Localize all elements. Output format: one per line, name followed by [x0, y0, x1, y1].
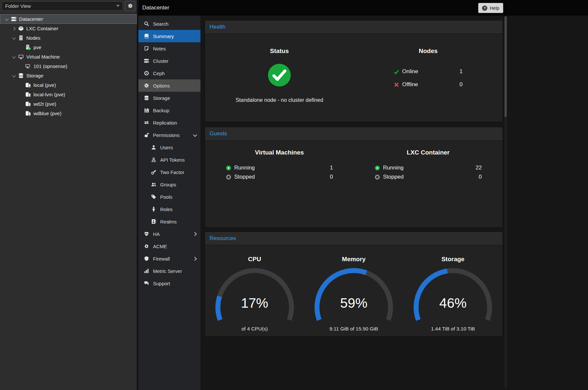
proxmox-app: Folder View Datacenter [0, 0, 588, 390]
stop-circle-icon [226, 174, 231, 180]
menu-item-backup[interactable]: Backup [138, 104, 200, 116]
nodes-online-row: Online 1 [394, 65, 463, 78]
tree-item-storage[interactable]: Storage [0, 71, 137, 80]
book-icon [144, 34, 149, 39]
sticky-note-icon [144, 46, 149, 51]
twisty-spacer [19, 92, 23, 97]
tree-item-label: LXC Container [26, 26, 58, 31]
vertical-scrollbar[interactable] [505, 16, 507, 389]
lxc-stopped-value: 0 [479, 174, 482, 180]
summary-content: Health Status Standalone node - no clust… [200, 16, 588, 390]
menu-item-options[interactable]: Options [138, 79, 200, 92]
database-icon [144, 95, 149, 101]
menu-item-api-tokens[interactable]: API Tokens [138, 154, 200, 166]
menu-item-two-factor[interactable]: Two Factor [138, 166, 200, 178]
menu-item-groups[interactable]: Groups [138, 178, 200, 191]
chevron-down-icon[interactable] [12, 74, 16, 78]
twisty-spacer [19, 83, 23, 87]
menu-item-permissions[interactable]: Permissions [138, 129, 200, 141]
certificate-icon [144, 244, 149, 249]
lxc-title: LXC Container [407, 149, 450, 156]
page-title: Datacenter [142, 5, 169, 11]
storage-gauge-column: Storage 46% 1.44 TiB of 3.10 TiB [403, 256, 503, 332]
content-header: Datacenter ? Help [138, 0, 588, 16]
menu-item-label: Backup [153, 108, 169, 113]
menu-item-replication[interactable]: Replication [138, 116, 200, 129]
running-label: Running [234, 165, 255, 171]
status-title: Status [270, 47, 289, 55]
tree-item-label: wdblue (pve) [33, 111, 61, 116]
person-icon [151, 207, 157, 212]
menu-item-notes[interactable]: Notes [138, 42, 200, 55]
tree-item-label: pve [33, 45, 41, 50]
menu-item-ha[interactable]: HA [138, 228, 200, 240]
menu-item-cluster[interactable]: Cluster [138, 55, 200, 67]
bar-chart-icon [144, 268, 149, 274]
menu-item-label: Options [153, 83, 170, 88]
status-message: Standalone node - no cluster defined [236, 97, 323, 103]
tree-item-pve[interactable]: pve [0, 43, 137, 52]
tree-item-virtual-machine[interactable]: Virtual Machine [0, 52, 137, 61]
menu-item-summary[interactable]: Summary [138, 30, 200, 42]
menu-item-metric-server[interactable]: Metric Server [138, 265, 200, 277]
server-icon [144, 58, 149, 63]
menu-item-search[interactable]: Search [138, 18, 200, 30]
view-mode-label: Folder View [5, 3, 31, 9]
menu-item-roles[interactable]: Roles [138, 203, 200, 215]
chevron-right-icon[interactable] [193, 257, 197, 261]
tree-item-storage-local-lvm[interactable]: local-lvm (pve) [0, 90, 137, 99]
server-icon [11, 16, 17, 22]
resource-tree: Datacenter LXC Container Nodes [0, 12, 137, 118]
tree-settings-button[interactable] [125, 1, 135, 11]
nodes-status-column: Nodes Online 1 Offline 0 [354, 47, 503, 103]
menu-item-label: Cluster [153, 58, 169, 64]
resources-panel-body: CPU 17% of 4 CPU(s) Memory [205, 245, 503, 332]
storage-title: Storage [441, 256, 465, 263]
search-icon [144, 21, 149, 26]
menu-item-label: Metric Server [153, 268, 182, 274]
menu-item-pools[interactable]: Pools [138, 191, 200, 203]
menu-item-ceph[interactable]: Ceph [138, 67, 200, 79]
menu-item-users[interactable]: Users [138, 141, 200, 154]
datacenter-menu: Search Summary Notes Cluster Ceph Option… [138, 16, 200, 390]
tree-item-vm-101[interactable]: 101 (opnsense) [0, 61, 137, 71]
menu-item-label: Firewall [153, 256, 170, 262]
chevron-down-icon[interactable] [12, 36, 16, 40]
menu-item-firewall[interactable]: Firewall [138, 252, 200, 265]
chevron-right-icon[interactable] [193, 232, 197, 236]
menu-item-realms[interactable]: Realms [138, 215, 200, 228]
menu-item-label: Storage [153, 95, 170, 101]
storage-gauge: 46% [413, 268, 493, 325]
chevron-down-icon[interactable] [193, 133, 197, 137]
key-icon [151, 169, 157, 175]
tree-item-nodes[interactable]: Nodes [0, 33, 137, 43]
tree-item-datacenter[interactable]: Datacenter [0, 14, 137, 24]
cube-icon [18, 26, 24, 31]
scrollbar-thumb[interactable] [505, 16, 507, 117]
chevron-down-icon[interactable] [12, 55, 16, 59]
menu-item-acme[interactable]: ACME [138, 240, 200, 252]
tree-item-storage-wdblue[interactable]: wdblue (pve) [0, 109, 137, 118]
menu-item-label: Ceph [153, 71, 165, 76]
menu-item-label: Search [153, 21, 169, 27]
help-button[interactable]: ? Help [478, 3, 503, 13]
building-icon [18, 35, 24, 41]
view-mode-select[interactable]: Folder View [2, 1, 123, 11]
monitor-icon [18, 54, 24, 60]
storage-drive-icon [25, 92, 32, 97]
lxc-list: Running 22 Stopped 0 [375, 163, 482, 182]
guests-panel-title: Guests [210, 130, 227, 137]
play-circle-icon [226, 165, 231, 171]
menu-item-storage[interactable]: Storage [138, 92, 200, 104]
menu-item-support[interactable]: Support [138, 277, 200, 289]
resources-panel: Resources CPU 17% of 4 CPU(s) Memory [205, 232, 503, 337]
tree-item-lxc-container[interactable]: LXC Container [0, 24, 137, 33]
tree-item-storage-local[interactable]: local (pve) [0, 80, 137, 90]
health-panel: Health Status Standalone node - no clust… [205, 20, 503, 122]
tree-item-storage-wd2t[interactable]: wd2t (pve) [0, 99, 137, 109]
unlock-icon [144, 132, 149, 138]
chevron-down-icon[interactable] [5, 17, 9, 21]
ceph-icon [144, 71, 149, 76]
chevron-right-icon[interactable] [12, 26, 16, 31]
cpu-gauge-column: CPU 17% of 4 CPU(s) [205, 256, 304, 332]
